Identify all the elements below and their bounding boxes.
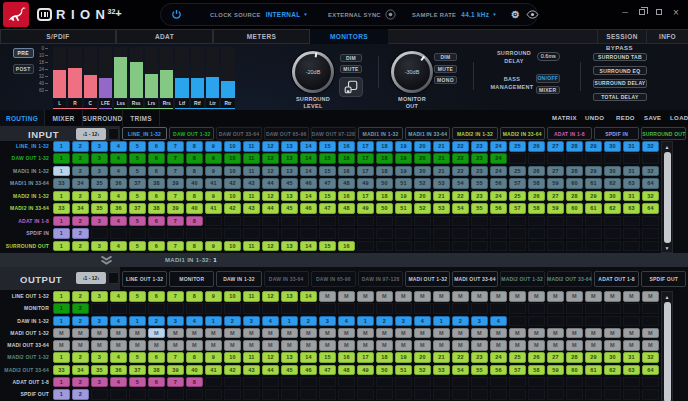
matrix-cell-empty[interactable] xyxy=(566,389,584,400)
matrix-cell[interactable]: 4 xyxy=(110,166,128,177)
matrix-cell-empty[interactable] xyxy=(300,377,318,388)
matrix-cell-empty[interactable] xyxy=(148,303,166,314)
matrix-cell[interactable]: 30 xyxy=(604,191,622,202)
matrix-cell-empty[interactable] xyxy=(395,216,413,227)
routing-tab-trims[interactable]: TRIMS xyxy=(123,110,160,126)
matrix-cell[interactable]: M xyxy=(129,340,147,351)
matrix-cell[interactable]: 25 xyxy=(509,166,527,177)
matrix-cell[interactable]: 2 xyxy=(72,352,90,363)
matrix-cell[interactable]: 2 xyxy=(72,216,90,227)
matrix-cell[interactable]: 2 xyxy=(72,377,90,388)
matrix-cell[interactable]: M xyxy=(224,328,242,339)
surround-dim-button[interactable]: DIM xyxy=(340,54,362,62)
matrix-cell-empty[interactable] xyxy=(414,228,432,239)
matrix-cell[interactable]: 2 xyxy=(72,389,90,400)
matrix-cell-empty[interactable] xyxy=(243,228,261,239)
matrix-cell-empty[interactable] xyxy=(395,389,413,400)
matrix-cell[interactable]: 49 xyxy=(357,178,375,189)
matrix-cell-empty[interactable] xyxy=(623,216,641,227)
matrix-cell-empty[interactable] xyxy=(585,228,603,239)
matrix-cell[interactable]: M xyxy=(642,328,660,339)
matrix-cell-empty[interactable] xyxy=(262,377,280,388)
matrix-cell-empty[interactable] xyxy=(528,153,546,164)
matrix-cell-empty[interactable] xyxy=(262,303,280,314)
matrix-cell[interactable]: M xyxy=(338,328,356,339)
matrix-cell-empty[interactable] xyxy=(281,303,299,314)
matrix-cell[interactable]: 48 xyxy=(338,178,356,189)
matrix-cell[interactable]: 4 xyxy=(110,191,128,202)
settings-gear-icon[interactable]: ⚙ xyxy=(511,9,520,20)
matrix-cell[interactable]: 14 xyxy=(300,241,318,252)
matrix-cell-empty[interactable] xyxy=(376,377,394,388)
matrix-cell[interactable]: 16 xyxy=(338,352,356,363)
matrix-cell[interactable]: 27 xyxy=(547,166,565,177)
pre-button[interactable]: PRE xyxy=(13,48,34,58)
matrix-cell[interactable]: 12 xyxy=(262,241,280,252)
close-button[interactable]: × xyxy=(672,8,680,16)
matrix-cell[interactable]: 8 xyxy=(186,166,204,177)
matrix-cell[interactable]: 4 xyxy=(110,153,128,164)
matrix-cell[interactable]: 39 xyxy=(167,203,185,214)
matrix-cell[interactable]: 6 xyxy=(148,291,166,302)
matrix-cell[interactable]: 8 xyxy=(186,216,204,227)
action-save[interactable]: SAVE xyxy=(644,110,662,126)
matrix-cell-empty[interactable] xyxy=(566,228,584,239)
matrix-cell-empty[interactable] xyxy=(604,316,622,327)
tab-s-pdif[interactable]: S/PDIF xyxy=(0,29,116,44)
matrix-cell[interactable]: M xyxy=(623,340,641,351)
matrix-cell-empty[interactable] xyxy=(585,303,603,314)
bypass-surround-eq-button[interactable]: SURROUND EQ xyxy=(593,66,647,75)
matrix-cell[interactable]: 64 xyxy=(642,365,660,376)
matrix-cell[interactable]: 3 xyxy=(91,291,109,302)
bypass-surround-tab-button[interactable]: SURROUND TAB xyxy=(593,53,647,62)
matrix-cell[interactable]: 4 xyxy=(186,316,204,327)
matrix-cell[interactable]: 38 xyxy=(148,365,166,376)
matrix-cell[interactable]: 54 xyxy=(452,203,470,214)
matrix-cell[interactable]: 1 xyxy=(53,291,71,302)
matrix-cell-empty[interactable] xyxy=(604,216,622,227)
matrix-cell-empty[interactable] xyxy=(471,303,489,314)
matrix-cell-empty[interactable] xyxy=(490,303,508,314)
matrix-cell[interactable]: M xyxy=(376,340,394,351)
matrix-cell[interactable]: 2 xyxy=(72,191,90,202)
matrix-cell[interactable]: M xyxy=(471,291,489,302)
matrix-cell[interactable]: 2 xyxy=(72,166,90,177)
matrix-cell[interactable]: 55 xyxy=(471,203,489,214)
matrix-cell[interactable]: M xyxy=(528,328,546,339)
matrix-cell[interactable]: 63 xyxy=(623,365,641,376)
matrix-cell[interactable]: 3 xyxy=(91,166,109,177)
matrix-cell[interactable]: 61 xyxy=(585,203,603,214)
routing-tab-routing[interactable]: ROUTING xyxy=(0,110,45,126)
matrix-cell-empty[interactable] xyxy=(300,303,318,314)
matrix-cell-empty[interactable] xyxy=(528,241,546,252)
matrix-cell[interactable]: 51 xyxy=(395,178,413,189)
matrix-cell[interactable]: 11 xyxy=(243,241,261,252)
matrix-cell[interactable]: 24 xyxy=(490,166,508,177)
matrix-cell-empty[interactable] xyxy=(509,389,527,400)
matrix-cell[interactable]: M xyxy=(414,328,432,339)
matrix-cell[interactable]: M xyxy=(509,340,527,351)
matrix-cell[interactable]: M xyxy=(509,291,527,302)
matrix-cell-empty[interactable] xyxy=(642,153,660,164)
matrix-cell-empty[interactable] xyxy=(642,316,660,327)
matrix-cell[interactable]: 14 xyxy=(300,166,318,177)
matrix-cell[interactable]: 41 xyxy=(205,203,223,214)
matrix-cell[interactable]: M xyxy=(300,328,318,339)
matrix-cell[interactable]: 26 xyxy=(528,191,546,202)
matrix-cell[interactable]: 3 xyxy=(91,141,109,152)
io-tab-adat-out-1-8[interactable]: ADAT OUT 1-8 xyxy=(594,271,639,287)
input-pager-box[interactable] xyxy=(108,128,119,140)
matrix-cell[interactable]: 3 xyxy=(91,153,109,164)
matrix-cell-empty[interactable] xyxy=(471,216,489,227)
action-redo[interactable]: REDO xyxy=(616,110,635,126)
matrix-cell[interactable]: 22 xyxy=(452,352,470,363)
matrix-cell-empty[interactable] xyxy=(91,228,109,239)
io-tab-spdif-in[interactable]: SPDIF IN xyxy=(594,127,639,140)
matrix-cell[interactable]: 4 xyxy=(110,377,128,388)
matrix-cell[interactable]: M xyxy=(604,291,622,302)
matrix-cell-empty[interactable] xyxy=(566,316,584,327)
matrix-cell-empty[interactable] xyxy=(300,216,318,227)
matrix-cell[interactable]: 28 xyxy=(566,166,584,177)
io-tab-daw-out-33-64[interactable]: DAW OUT 33-64 xyxy=(216,127,261,140)
matrix-cell-empty[interactable] xyxy=(547,153,565,164)
